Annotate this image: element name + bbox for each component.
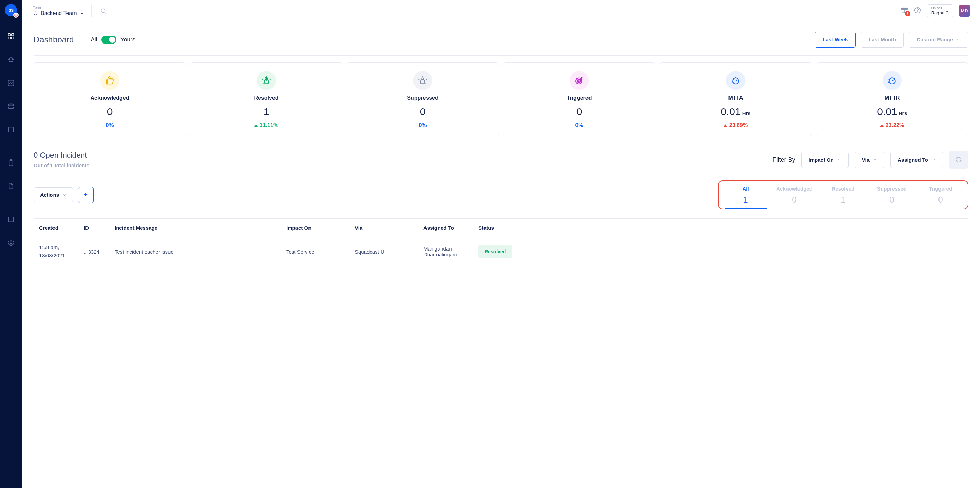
svg-point-11 bbox=[10, 242, 12, 244]
trend-up-icon bbox=[724, 124, 727, 127]
cell-message: Test incident cacher issue bbox=[115, 249, 286, 255]
range-custom-button[interactable]: Custom Range bbox=[908, 32, 968, 48]
table-header-row: Created ID Incident Message Impact On Vi… bbox=[33, 218, 968, 237]
trend-up-icon bbox=[254, 124, 258, 127]
help-icon bbox=[914, 6, 921, 14]
nav-schedules-icon[interactable] bbox=[4, 123, 18, 136]
open-incidents-section: 0 Open Incident Out of 1 total incidents… bbox=[33, 151, 968, 169]
svg-rect-3 bbox=[12, 37, 14, 39]
card-acknowledged: Acknowledged 0 0% bbox=[33, 62, 186, 136]
metric-cards-row: Acknowledged 0 0% Resolved 1 11.11% bbox=[33, 62, 968, 136]
refresh-icon bbox=[955, 156, 963, 163]
svg-rect-6 bbox=[9, 107, 14, 109]
range-last-month-button[interactable]: Last Month bbox=[861, 32, 904, 48]
cell-status: Resolved bbox=[478, 246, 523, 258]
cell-id: ...3324 bbox=[84, 249, 115, 255]
status-tabs: All 1 Acknowledged 0 Resolved 1 Suppress… bbox=[718, 180, 968, 209]
nav-file-icon[interactable] bbox=[4, 179, 18, 193]
card-label: MTTA bbox=[728, 95, 743, 101]
section-divider bbox=[33, 55, 968, 55]
team-selector[interactable]: Team Backend Team bbox=[33, 5, 84, 16]
nav-dashboard-icon[interactable] bbox=[4, 30, 18, 43]
svg-point-13 bbox=[101, 9, 105, 13]
card-mttr: MTTR 0.01Hrs 23.22% bbox=[816, 62, 968, 136]
card-suppressed: Suppressed 0 0% bbox=[347, 62, 499, 136]
card-label: MTTR bbox=[885, 95, 900, 101]
main-area: Team Backend Team 3 bbox=[22, 0, 980, 488]
time-range-group: Last Week Last Month Custom Range bbox=[815, 32, 968, 48]
card-value: 0.01Hrs bbox=[721, 106, 751, 117]
card-resolved: Resolved 1 11.11% bbox=[190, 62, 342, 136]
actions-row: Actions + All 1 Acknowledged 0 bbox=[33, 180, 968, 209]
svg-point-19 bbox=[422, 78, 424, 80]
scope-yours-label: Yours bbox=[121, 36, 135, 43]
team-icon bbox=[33, 11, 38, 16]
filter-via-button[interactable]: Via bbox=[855, 152, 884, 168]
topbar-divider bbox=[91, 5, 92, 17]
th-created: Created bbox=[39, 225, 84, 231]
open-incidents-title: 0 Open Incident bbox=[33, 151, 89, 160]
oncall-label: On call bbox=[931, 6, 949, 10]
sidebar-divider bbox=[6, 203, 16, 203]
stopwatch-icon bbox=[726, 71, 745, 90]
card-value: 0 bbox=[576, 106, 582, 117]
th-id: ID bbox=[84, 225, 115, 231]
card-delta: 23.69% bbox=[724, 122, 748, 128]
nav-settings-icon[interactable] bbox=[4, 236, 18, 249]
tab-all[interactable]: All 1 bbox=[721, 186, 770, 209]
table-row[interactable]: 1:58 pm, 18/08/2021 ...3324 Test inciden… bbox=[33, 237, 968, 266]
nav-services-icon[interactable] bbox=[4, 99, 18, 113]
org-status-dot bbox=[13, 13, 19, 18]
range-custom-label: Custom Range bbox=[916, 36, 953, 43]
notifications-button[interactable]: 3 bbox=[901, 6, 908, 15]
page-header: Dashboard All Yours Last Week Last Month… bbox=[33, 29, 968, 48]
tab-suppressed[interactable]: Suppressed 0 bbox=[867, 186, 916, 209]
refresh-button[interactable] bbox=[949, 151, 968, 169]
th-impact-on: Impact On bbox=[286, 225, 355, 231]
target-icon bbox=[570, 71, 589, 90]
cell-created: 1:58 pm, 18/08/2021 bbox=[39, 243, 84, 260]
search-button[interactable] bbox=[99, 8, 107, 14]
nav-incidents-icon[interactable] bbox=[4, 53, 18, 67]
team-name: Backend Team bbox=[40, 10, 77, 16]
plus-icon: + bbox=[84, 191, 88, 199]
filter-impact-on-button[interactable]: Impact On bbox=[801, 152, 848, 168]
user-avatar[interactable]: MD bbox=[959, 5, 970, 17]
svg-rect-1 bbox=[12, 33, 14, 36]
card-delta: 11.11% bbox=[254, 122, 278, 128]
topbar: Team Backend Team 3 bbox=[22, 0, 980, 22]
trend-up-icon bbox=[880, 124, 884, 127]
card-label: Acknowledged bbox=[91, 95, 129, 101]
help-button[interactable] bbox=[914, 6, 921, 15]
card-label: Suppressed bbox=[407, 95, 439, 101]
filter-assigned-to-button[interactable]: Assigned To bbox=[891, 152, 943, 168]
tab-resolved[interactable]: Resolved 1 bbox=[819, 186, 867, 209]
tab-acknowledged[interactable]: Acknowledged 0 bbox=[770, 186, 819, 209]
svg-rect-2 bbox=[8, 37, 10, 39]
svg-point-17 bbox=[917, 12, 918, 12]
card-label: Resolved bbox=[254, 95, 278, 101]
add-incident-button[interactable]: + bbox=[78, 187, 94, 203]
card-value: 0 bbox=[420, 106, 426, 117]
cell-assigned-to: Manigandan Dharmalingam bbox=[423, 246, 478, 257]
filter-by-label: Filter By bbox=[772, 156, 795, 163]
incident-table: Created ID Incident Message Impact On Vi… bbox=[33, 218, 968, 266]
range-last-week-button[interactable]: Last Week bbox=[815, 32, 856, 48]
chevron-down-icon bbox=[62, 193, 67, 197]
oncall-chip[interactable]: On call Raghu C bbox=[927, 5, 953, 17]
scope-toggle[interactable] bbox=[101, 36, 116, 44]
scope-toggle-group: All Yours bbox=[91, 36, 135, 44]
nav-analytics-icon[interactable] bbox=[4, 76, 18, 90]
card-value: 0 bbox=[107, 106, 113, 117]
tab-triggered[interactable]: Triggered 0 bbox=[916, 186, 965, 209]
nav-reports-icon[interactable] bbox=[4, 212, 18, 226]
actions-button[interactable]: Actions bbox=[33, 187, 73, 202]
siren-check-icon bbox=[257, 71, 276, 90]
card-mtta: MTTA 0.01Hrs 23.69% bbox=[660, 62, 812, 136]
th-assigned-to: Assigned To bbox=[423, 225, 478, 231]
org-logo[interactable]: GS bbox=[5, 4, 17, 16]
nav-runbooks-icon[interactable] bbox=[4, 156, 18, 170]
status-badge: Resolved bbox=[478, 246, 512, 258]
siren-muted-icon bbox=[413, 71, 432, 90]
card-value: 0.01Hrs bbox=[877, 106, 907, 117]
